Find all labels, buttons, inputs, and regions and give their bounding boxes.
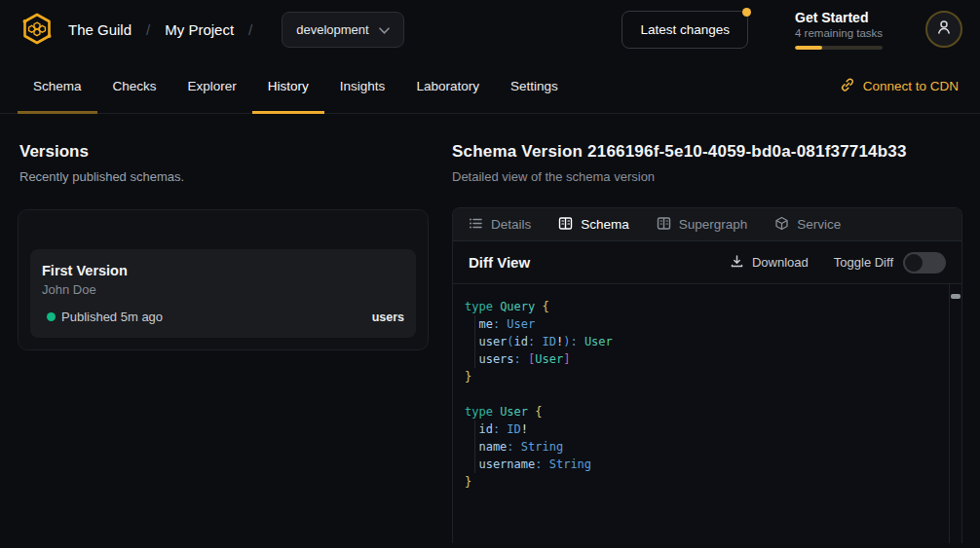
columns-icon	[558, 216, 573, 234]
user-icon	[935, 18, 953, 40]
download-label: Download	[752, 255, 809, 270]
versions-subtitle: Recently published schemas.	[19, 169, 429, 184]
nav-tab-history[interactable]: History	[252, 58, 324, 113]
toggle-diff-label: Toggle Diff	[834, 255, 893, 270]
list-icon	[469, 216, 483, 234]
get-started-progress-track	[795, 46, 883, 50]
tab-supergraph[interactable]: Supergraph	[657, 216, 748, 234]
nav-tab-label: Insights	[340, 79, 386, 93]
columns-icon	[657, 216, 671, 234]
chevron-down-icon	[379, 22, 390, 37]
toggle-diff-switch[interactable]	[903, 252, 946, 274]
latest-changes-label: Latest changes	[640, 22, 730, 37]
schema-version-subtitle: Detailed view of the schema version	[452, 169, 962, 184]
code-scrollbar[interactable]	[949, 284, 961, 543]
breadcrumb-project[interactable]: My Project	[165, 21, 234, 38]
detail-tabs: Details Schema	[453, 208, 961, 241]
download-button[interactable]: Download	[730, 254, 809, 272]
nav-tab-settings[interactable]: Settings	[495, 58, 574, 113]
toggle-diff-group: Toggle Diff	[834, 252, 946, 274]
schema-detail-panel: Details Schema	[452, 207, 962, 543]
hive-logo-icon[interactable]	[18, 10, 57, 49]
nav-tab-schema[interactable]: Schema	[18, 58, 97, 113]
nav-tab-label: History	[268, 79, 309, 93]
nav-tab-insights[interactable]: Insights	[324, 58, 401, 113]
progress-fill	[795, 46, 822, 50]
app-header: The Guild / My Project / development Lat…	[0, 0, 980, 58]
version-status-row: Published 5m ago users	[42, 310, 404, 324]
tab-details[interactable]: Details	[469, 216, 531, 234]
get-started-title: Get Started	[795, 10, 885, 26]
nav-tab-label: Laboratory	[416, 79, 479, 93]
tab-label: Service	[797, 217, 841, 232]
org-name[interactable]: The Guild	[68, 21, 132, 38]
schema-version-panel: Schema Version 2166196f-5e10-4059-bd0a-0…	[452, 114, 980, 543]
environment-selector-value: development	[296, 22, 368, 37]
tab-schema[interactable]: Schema	[558, 216, 629, 234]
diff-actions: Download Toggle Diff	[730, 252, 946, 274]
nav-tab-label: Settings	[510, 79, 558, 93]
switch-knob	[905, 254, 923, 272]
download-icon	[730, 254, 744, 272]
published-status-dot	[47, 312, 56, 321]
indent-guide	[474, 315, 475, 368]
breadcrumb-separator: /	[146, 21, 150, 38]
main-content: Versions Recently published schemas. Fir…	[0, 114, 980, 543]
versions-title: Versions	[19, 142, 429, 162]
get-started-subtitle: 4 remaining tasks	[795, 26, 885, 41]
versions-panel: Versions Recently published schemas. Fir…	[0, 114, 452, 543]
version-name: First Version	[42, 263, 404, 278]
versions-list-card: First Version John Doe Published 5m ago …	[18, 209, 429, 350]
nav-tab-checks[interactable]: Checks	[97, 58, 172, 113]
cube-icon	[774, 216, 789, 234]
nav-spacer	[574, 58, 840, 113]
environment-selector[interactable]: development	[282, 12, 403, 48]
version-service-badge: users	[372, 311, 404, 324]
nav-tab-explorer[interactable]: Explorer	[172, 58, 252, 113]
version-status: Published 5m ago	[61, 310, 163, 324]
schema-code-block[interactable]: type Query { me: User user(id: ID!): Use…	[453, 284, 961, 543]
nav-tab-laboratory[interactable]: Laboratory	[400, 58, 495, 113]
nav-tab-label: Schema	[33, 79, 82, 93]
nav-tab-label: Explorer	[188, 79, 237, 93]
code-content: type Query { me: User user(id: ID!): Use…	[453, 284, 961, 491]
schema-version-title: Schema Version 2166196f-5e10-4059-bd0a-0…	[452, 142, 962, 162]
indent-guide	[474, 420, 475, 473]
tab-service[interactable]: Service	[774, 216, 841, 234]
diff-header: Diff View Download Toggle Diff	[453, 241, 961, 284]
tab-label: Supergraph	[679, 217, 748, 232]
version-author: John Doe	[42, 282, 404, 297]
user-avatar[interactable]	[925, 11, 962, 48]
connect-to-cdn-link[interactable]: Connect to CDN	[840, 77, 962, 95]
diff-view-title: Diff View	[469, 254, 530, 271]
main-nav: Schema Checks Explorer History Insights …	[0, 58, 980, 114]
tab-label: Details	[491, 217, 531, 232]
notification-dot	[742, 8, 751, 17]
tab-label: Schema	[581, 217, 629, 232]
breadcrumb-separator: /	[248, 21, 252, 38]
get-started-widget[interactable]: Get Started 4 remaining tasks	[795, 10, 885, 50]
latest-changes-button[interactable]: Latest changes	[622, 11, 748, 49]
connect-to-cdn-label: Connect to CDN	[863, 79, 959, 93]
link-icon	[840, 77, 855, 95]
version-list-item[interactable]: First Version John Doe Published 5m ago …	[30, 249, 416, 338]
code-scrollbar-thumb[interactable]	[951, 294, 961, 299]
nav-tab-label: Checks	[113, 79, 157, 93]
